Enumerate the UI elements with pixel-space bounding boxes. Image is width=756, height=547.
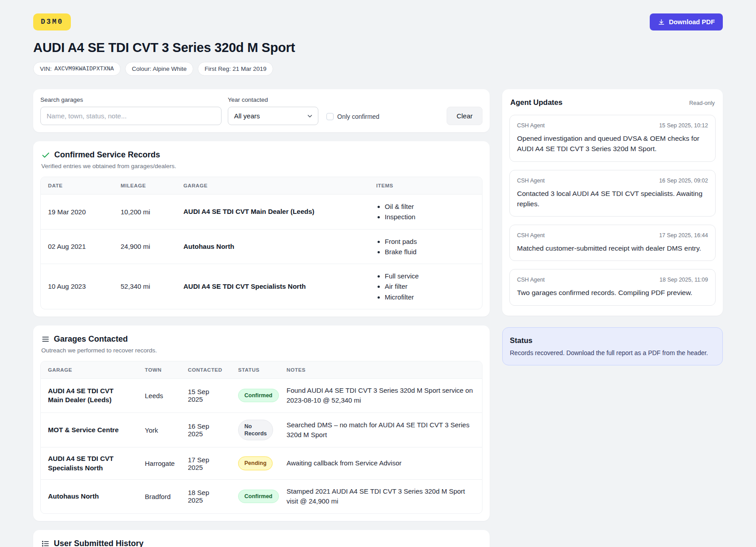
garage-town: Leeds	[138, 378, 181, 412]
demo-badge: D3M0	[33, 13, 71, 30]
record-mileage: 10,200 mi	[113, 195, 176, 230]
agent-update-item: CSH Agent 15 Sep 2025, 10:12 Opened inve…	[509, 115, 716, 162]
garage-row: Autohaus North Bradford 18 Sep 2025 Conf…	[41, 479, 482, 513]
sidebar: Agent Updates Read-only CSH Agent 15 Sep…	[502, 89, 723, 365]
garages-header-row: GARAGE TOWN CONTACTED STATUS NOTES	[41, 361, 482, 379]
download-icon	[658, 18, 665, 26]
page: D3M0 Download PDF AUDI A4 SE TDI CVT 3 S…	[0, 0, 756, 547]
column-header-contacted: CONTACTED	[181, 361, 231, 379]
record-mileage: 52,340 mi	[113, 264, 176, 309]
garage-town: Harrogate	[138, 447, 181, 480]
column-header-status: STATUS	[231, 361, 279, 379]
record-date: 19 Mar 2020	[41, 195, 113, 230]
garage-status-cell: Pending	[231, 447, 279, 480]
agent-message: Two garages confirmed records. Compiling…	[517, 287, 708, 298]
year-contacted-label: Year contacted	[228, 96, 318, 103]
vin-label: VIN:	[40, 65, 52, 72]
agent-message: Contacted 3 local AUDI A4 SE TDI CVT spe…	[517, 188, 708, 209]
garage-contacted: 18 Sep 2025	[181, 479, 231, 513]
record-garage: Autohaus North	[176, 229, 369, 264]
record-mileage: 24,900 mi	[113, 229, 176, 264]
garage-row: MOT & Service Centre York 16 Sep 2025 No…	[41, 412, 482, 447]
column-header-mileage: MILEAGE	[113, 177, 176, 195]
service-item: Oil & filter	[385, 201, 475, 212]
garages-table: GARAGE TOWN CONTACTED STATUS NOTES AUDI …	[40, 361, 482, 514]
garage-name: Autohaus North	[41, 479, 138, 513]
column-header-town: TOWN	[138, 361, 181, 379]
agent-timestamp: 15 Sep 2025, 10:12	[659, 122, 708, 129]
readonly-label: Read-only	[689, 100, 715, 106]
agent-timestamp: 18 Sep 2025, 11:09	[660, 277, 708, 283]
record-items: Front padsBrake fluid	[369, 229, 482, 264]
record-date: 02 Aug 2021	[41, 229, 113, 264]
record-row: 02 Aug 2021 24,900 mi Autohaus North Fro…	[41, 229, 482, 264]
column-header-garage: GARAGE	[176, 177, 369, 195]
page-title: AUDI A4 SE TDI CVT 3 Series 320d M Sport	[33, 40, 723, 55]
status-badge: No Records	[238, 420, 273, 441]
agent-updates-title: Agent Updates	[510, 98, 562, 107]
clear-button[interactable]: Clear	[447, 107, 482, 125]
service-item: Air filter	[385, 281, 475, 291]
column-header-notes: NOTES	[279, 361, 482, 379]
garage-town: Bradford	[138, 479, 181, 513]
garage-notes: Stamped 2021 AUDI A4 SE TDI CVT 3 Series…	[279, 479, 482, 513]
download-pdf-button[interactable]: Download PDF	[650, 13, 723, 30]
content-grid: Search garages Year contacted All years …	[33, 89, 723, 547]
vin-value: AXCVM9KWAIDPXTXNA	[54, 65, 114, 72]
only-confirmed-group: Only confirmed	[326, 113, 379, 120]
garage-contacted: 15 Sep 2025	[181, 378, 231, 412]
agent-update-item: CSH Agent 17 Sep 2025, 16:44 Matched cus…	[509, 225, 716, 261]
garage-contacted: 17 Sep 2025	[181, 447, 231, 480]
only-confirmed-checkbox[interactable]	[326, 113, 334, 120]
user-history-title: User Submitted History	[54, 539, 143, 547]
confirmed-records-table: DATE MILEAGE GARAGE ITEMS 19 Mar 2020 10…	[40, 177, 482, 309]
agent-author: CSH Agent	[517, 232, 545, 239]
garage-row: AUDI A4 SE TDI CVT Main Dealer (Leeds) L…	[41, 378, 482, 412]
garage-status-cell: No Records	[231, 412, 279, 447]
status-badge: Confirmed	[238, 490, 279, 503]
service-item: Front pads	[385, 236, 475, 247]
search-garages-input[interactable]	[40, 107, 222, 125]
column-header-date: DATE	[41, 177, 113, 195]
agent-update-item: CSH Agent 16 Sep 2025, 09:02 Contacted 3…	[509, 170, 716, 217]
record-items: Oil & filterInspection	[369, 195, 482, 230]
garage-town: York	[138, 412, 181, 447]
year-field: Year contacted All years	[228, 96, 318, 125]
agent-updates-card: Agent Updates Read-only CSH Agent 15 Sep…	[502, 89, 723, 316]
column-header-garage: GARAGE	[41, 361, 138, 379]
agent-author: CSH Agent	[517, 277, 545, 283]
garages-contacted-subtitle: Outreach we performed to recover records…	[41, 347, 482, 354]
garage-name: AUDI A4 SE TDI CVT Main Dealer (Leeds)	[41, 378, 138, 412]
garage-contacted: 16 Sep 2025	[181, 412, 231, 447]
service-item: Microfilter	[385, 292, 475, 302]
garage-name: MOT & Service Centre	[41, 412, 138, 447]
garages-contacted-card: Garages Contacted Outreach we performed …	[33, 326, 490, 521]
garage-name: AUDI A4 SE TDI CVT Specialists North	[41, 447, 138, 480]
header: D3M0 Download PDF	[33, 13, 723, 30]
record-garage: AUDI A4 SE TDI CVT Specialists North	[176, 264, 369, 309]
agent-author: CSH Agent	[517, 178, 545, 184]
garages-contacted-title: Garages Contacted	[54, 334, 128, 344]
status-text: Records recovered. Download the full rep…	[510, 349, 715, 356]
confirmed-records-title: Confirmed Service Records	[54, 150, 160, 160]
agent-author: CSH Agent	[517, 122, 545, 129]
agent-update-item: CSH Agent 18 Sep 2025, 11:09 Two garages…	[509, 269, 716, 305]
status-panel: Status Records recovered. Download the f…	[502, 327, 723, 365]
garage-row: AUDI A4 SE TDI CVT Specialists North Har…	[41, 447, 482, 480]
agent-timestamp: 16 Sep 2025, 09:02	[659, 178, 708, 184]
year-contacted-select[interactable]: All years	[228, 107, 318, 125]
user-history-card: User Submitted History Entries provided …	[33, 530, 490, 547]
records-header-row: DATE MILEAGE GARAGE ITEMS	[41, 177, 482, 195]
record-row: 10 Aug 2023 52,340 mi AUDI A4 SE TDI CVT…	[41, 264, 482, 309]
column-header-items: ITEMS	[369, 177, 482, 195]
agent-message: Matched customer-submitted receipt with …	[517, 243, 708, 253]
filter-card: Search garages Year contacted All years …	[33, 89, 490, 132]
record-garage: AUDI A4 SE TDI CVT Main Dealer (Leeds)	[176, 195, 369, 230]
colour-pill: Colour: Alpine White	[125, 62, 193, 76]
service-item: Brake fluid	[385, 247, 475, 257]
garage-status-cell: Confirmed	[231, 378, 279, 412]
status-badge: Confirmed	[238, 389, 279, 402]
hamburger-icon	[41, 335, 50, 343]
status-title: Status	[510, 336, 715, 345]
garage-notes: Searched DMS – no match for AUDI A4 SE T…	[279, 412, 482, 447]
